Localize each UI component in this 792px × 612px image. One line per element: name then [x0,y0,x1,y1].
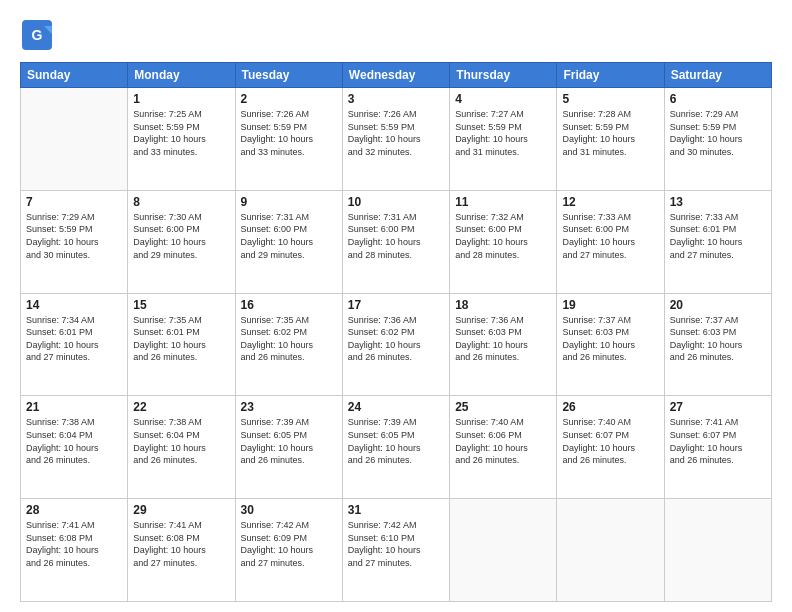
day-number: 13 [670,195,766,209]
day-number: 20 [670,298,766,312]
calendar-cell [21,88,128,191]
calendar-cell: 16Sunrise: 7:35 AM Sunset: 6:02 PM Dayli… [235,293,342,396]
day-info: Sunrise: 7:29 AM Sunset: 5:59 PM Dayligh… [670,108,766,158]
day-number: 12 [562,195,658,209]
day-number: 2 [241,92,337,106]
day-number: 21 [26,400,122,414]
day-info: Sunrise: 7:37 AM Sunset: 6:03 PM Dayligh… [562,314,658,364]
page: G SundayMondayTuesdayWednesdayThursdayFr… [0,0,792,612]
day-info: Sunrise: 7:29 AM Sunset: 5:59 PM Dayligh… [26,211,122,261]
calendar-cell: 29Sunrise: 7:41 AM Sunset: 6:08 PM Dayli… [128,499,235,602]
day-info: Sunrise: 7:36 AM Sunset: 6:03 PM Dayligh… [455,314,551,364]
day-info: Sunrise: 7:34 AM Sunset: 6:01 PM Dayligh… [26,314,122,364]
day-number: 27 [670,400,766,414]
day-info: Sunrise: 7:39 AM Sunset: 6:05 PM Dayligh… [348,416,444,466]
weekday-header-tuesday: Tuesday [235,63,342,88]
day-number: 26 [562,400,658,414]
day-info: Sunrise: 7:31 AM Sunset: 6:00 PM Dayligh… [241,211,337,261]
weekday-header-saturday: Saturday [664,63,771,88]
weekday-header-friday: Friday [557,63,664,88]
day-number: 16 [241,298,337,312]
calendar-cell: 27Sunrise: 7:41 AM Sunset: 6:07 PM Dayli… [664,396,771,499]
day-info: Sunrise: 7:38 AM Sunset: 6:04 PM Dayligh… [133,416,229,466]
calendar-cell: 5Sunrise: 7:28 AM Sunset: 5:59 PM Daylig… [557,88,664,191]
calendar-week-row: 14Sunrise: 7:34 AM Sunset: 6:01 PM Dayli… [21,293,772,396]
calendar-cell: 14Sunrise: 7:34 AM Sunset: 6:01 PM Dayli… [21,293,128,396]
calendar-table: SundayMondayTuesdayWednesdayThursdayFrid… [20,62,772,602]
calendar-cell: 30Sunrise: 7:42 AM Sunset: 6:09 PM Dayli… [235,499,342,602]
calendar-cell: 10Sunrise: 7:31 AM Sunset: 6:00 PM Dayli… [342,190,449,293]
calendar-cell: 12Sunrise: 7:33 AM Sunset: 6:00 PM Dayli… [557,190,664,293]
calendar-cell: 26Sunrise: 7:40 AM Sunset: 6:07 PM Dayli… [557,396,664,499]
calendar-cell [450,499,557,602]
day-number: 14 [26,298,122,312]
day-info: Sunrise: 7:39 AM Sunset: 6:05 PM Dayligh… [241,416,337,466]
day-info: Sunrise: 7:37 AM Sunset: 6:03 PM Dayligh… [670,314,766,364]
weekday-header-wednesday: Wednesday [342,63,449,88]
calendar-week-row: 21Sunrise: 7:38 AM Sunset: 6:04 PM Dayli… [21,396,772,499]
calendar-cell: 15Sunrise: 7:35 AM Sunset: 6:01 PM Dayli… [128,293,235,396]
day-number: 10 [348,195,444,209]
day-info: Sunrise: 7:26 AM Sunset: 5:59 PM Dayligh… [348,108,444,158]
day-number: 15 [133,298,229,312]
day-number: 3 [348,92,444,106]
day-number: 5 [562,92,658,106]
day-info: Sunrise: 7:40 AM Sunset: 6:07 PM Dayligh… [562,416,658,466]
logo: G [20,18,54,52]
calendar-cell: 7Sunrise: 7:29 AM Sunset: 5:59 PM Daylig… [21,190,128,293]
header: G [20,18,772,52]
day-info: Sunrise: 7:26 AM Sunset: 5:59 PM Dayligh… [241,108,337,158]
day-number: 11 [455,195,551,209]
calendar-cell [664,499,771,602]
calendar-cell: 23Sunrise: 7:39 AM Sunset: 6:05 PM Dayli… [235,396,342,499]
day-info: Sunrise: 7:35 AM Sunset: 6:02 PM Dayligh… [241,314,337,364]
day-info: Sunrise: 7:33 AM Sunset: 6:00 PM Dayligh… [562,211,658,261]
calendar-cell: 24Sunrise: 7:39 AM Sunset: 6:05 PM Dayli… [342,396,449,499]
day-number: 22 [133,400,229,414]
calendar-cell: 17Sunrise: 7:36 AM Sunset: 6:02 PM Dayli… [342,293,449,396]
day-number: 1 [133,92,229,106]
weekday-header-thursday: Thursday [450,63,557,88]
day-info: Sunrise: 7:42 AM Sunset: 6:10 PM Dayligh… [348,519,444,569]
day-info: Sunrise: 7:30 AM Sunset: 6:00 PM Dayligh… [133,211,229,261]
day-number: 28 [26,503,122,517]
svg-text:G: G [32,27,43,43]
day-info: Sunrise: 7:31 AM Sunset: 6:00 PM Dayligh… [348,211,444,261]
calendar-cell [557,499,664,602]
calendar-cell: 25Sunrise: 7:40 AM Sunset: 6:06 PM Dayli… [450,396,557,499]
day-number: 30 [241,503,337,517]
day-number: 31 [348,503,444,517]
weekday-header-sunday: Sunday [21,63,128,88]
day-info: Sunrise: 7:27 AM Sunset: 5:59 PM Dayligh… [455,108,551,158]
day-info: Sunrise: 7:36 AM Sunset: 6:02 PM Dayligh… [348,314,444,364]
calendar-cell: 31Sunrise: 7:42 AM Sunset: 6:10 PM Dayli… [342,499,449,602]
day-info: Sunrise: 7:32 AM Sunset: 6:00 PM Dayligh… [455,211,551,261]
day-number: 24 [348,400,444,414]
day-number: 17 [348,298,444,312]
day-info: Sunrise: 7:42 AM Sunset: 6:09 PM Dayligh… [241,519,337,569]
day-info: Sunrise: 7:41 AM Sunset: 6:08 PM Dayligh… [26,519,122,569]
calendar-cell: 9Sunrise: 7:31 AM Sunset: 6:00 PM Daylig… [235,190,342,293]
day-info: Sunrise: 7:40 AM Sunset: 6:06 PM Dayligh… [455,416,551,466]
day-number: 4 [455,92,551,106]
calendar-cell: 3Sunrise: 7:26 AM Sunset: 5:59 PM Daylig… [342,88,449,191]
calendar-cell: 18Sunrise: 7:36 AM Sunset: 6:03 PM Dayli… [450,293,557,396]
calendar-cell: 8Sunrise: 7:30 AM Sunset: 6:00 PM Daylig… [128,190,235,293]
day-info: Sunrise: 7:33 AM Sunset: 6:01 PM Dayligh… [670,211,766,261]
calendar-cell: 19Sunrise: 7:37 AM Sunset: 6:03 PM Dayli… [557,293,664,396]
calendar-week-row: 28Sunrise: 7:41 AM Sunset: 6:08 PM Dayli… [21,499,772,602]
calendar-cell: 2Sunrise: 7:26 AM Sunset: 5:59 PM Daylig… [235,88,342,191]
day-number: 6 [670,92,766,106]
logo-icon: G [20,18,54,52]
weekday-header-row: SundayMondayTuesdayWednesdayThursdayFrid… [21,63,772,88]
weekday-header-monday: Monday [128,63,235,88]
calendar-cell: 4Sunrise: 7:27 AM Sunset: 5:59 PM Daylig… [450,88,557,191]
calendar-cell: 6Sunrise: 7:29 AM Sunset: 5:59 PM Daylig… [664,88,771,191]
calendar-cell: 20Sunrise: 7:37 AM Sunset: 6:03 PM Dayli… [664,293,771,396]
calendar-cell: 28Sunrise: 7:41 AM Sunset: 6:08 PM Dayli… [21,499,128,602]
day-number: 8 [133,195,229,209]
calendar-week-row: 1Sunrise: 7:25 AM Sunset: 5:59 PM Daylig… [21,88,772,191]
day-info: Sunrise: 7:25 AM Sunset: 5:59 PM Dayligh… [133,108,229,158]
calendar-cell: 13Sunrise: 7:33 AM Sunset: 6:01 PM Dayli… [664,190,771,293]
day-number: 19 [562,298,658,312]
